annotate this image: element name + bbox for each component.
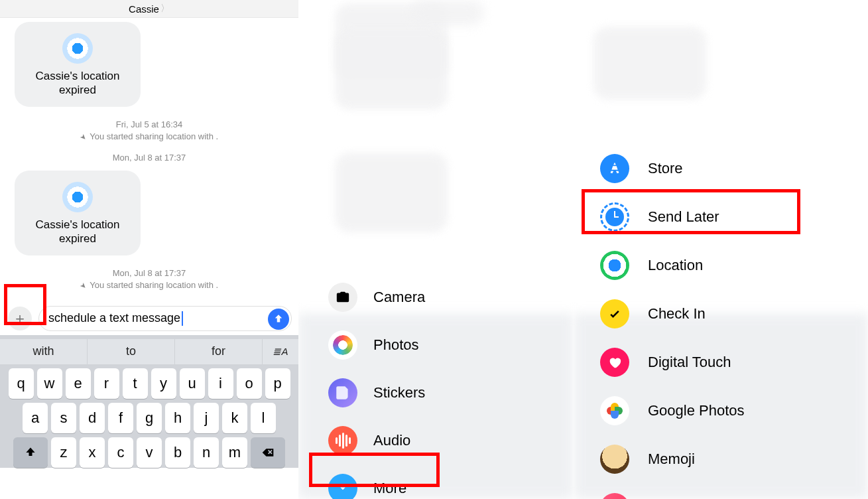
key-q[interactable]: q [9,368,34,399]
menu-item-more[interactable]: More [328,468,425,499]
key-a[interactable]: a [23,403,48,433]
bubble-text: Cassie's location expired [25,69,130,98]
menu-item-music[interactable]: Music [600,485,745,499]
location-icon [62,182,93,212]
key-s[interactable]: s [51,403,76,433]
location-arrow-icon: ➤ [78,280,89,291]
contact-name: Cassie [129,3,159,15]
key-z[interactable]: z [51,437,76,468]
key-c[interactable]: c [108,437,133,468]
timestamp: Fri, Jul 5 at 16:34 [0,119,298,131]
memoji-icon [600,445,629,474]
key-g[interactable]: g [137,403,162,433]
findmy-icon [600,251,629,280]
key-y[interactable]: y [151,368,176,399]
menu-item-send-later[interactable]: Send Later [600,194,745,240]
key-t[interactable]: t [123,368,148,399]
keyboard-row: a s d f g h j k l [0,399,298,433]
menu-label: Digital Touch [648,354,731,371]
stickers-icon [328,378,357,407]
bubble-text: Cassie's location expired [25,218,130,246]
menu-label: Check In [648,305,706,322]
messages-conversation-panel: Cassie 〉 Cassie's location expired Fri, … [0,0,298,499]
key-d[interactable]: d [80,403,105,433]
key-h[interactable]: h [165,403,190,433]
menu-label: Stickers [373,384,425,401]
location-expired-bubble[interactable]: Cassie's location expired [15,22,141,107]
keyboard-switch-icon[interactable]: ≣A [263,339,298,364]
backspace-icon [260,446,276,459]
menu-item-audio[interactable]: Audio [328,421,425,461]
key-p[interactable]: p [265,368,290,399]
menu-item-check-in[interactable]: Check In [600,291,745,336]
message-input-text: schedule a text message [48,311,180,325]
menu-label: More [373,480,406,497]
timestamp-block: Fri, Jul 5 at 16:34 ➤ You started sharin… [0,119,298,143]
menu-label: Send Later [648,208,719,226]
menu-item-stickers[interactable]: Stickers [328,373,425,413]
chevron-down-icon [328,474,357,499]
menu-label: Photos [373,336,419,354]
shift-key[interactable] [13,437,48,468]
shift-icon [24,446,37,459]
clock-icon [600,202,629,232]
location-expired-bubble[interactable]: Cassie's location expired [15,171,141,255]
key-x[interactable]: x [80,437,105,468]
conversation-header[interactable]: Cassie 〉 [0,0,298,18]
key-v[interactable]: v [137,437,162,468]
suggestion[interactable]: with [0,339,88,364]
apps-menu-expanded: Store Send Later Location Check In Digit… [574,0,868,499]
apps-plus-button[interactable]: ＋ [8,307,32,330]
key-k[interactable]: k [222,403,247,433]
menu-item-camera[interactable]: Camera [328,277,425,317]
menu-label: Store [648,160,683,177]
camera-icon [328,283,357,312]
key-j[interactable]: j [194,403,219,433]
menu-label: Audio [373,432,410,449]
menu-item-store[interactable]: Store [600,146,745,191]
key-f[interactable]: f [108,403,133,433]
menu-label: Camera [373,289,425,306]
key-o[interactable]: o [237,368,262,399]
key-u[interactable]: u [180,368,205,399]
photos-icon [328,330,357,360]
menu-item-digital-touch[interactable]: Digital Touch [600,340,745,385]
heart-icon [600,348,629,377]
menu-item-memoji[interactable]: Memoji [600,437,745,482]
key-b[interactable]: b [165,437,190,468]
menu-item-google-photos[interactable]: Google Photos [600,388,745,433]
text-cursor [182,311,183,326]
checkmark-icon [600,299,629,328]
send-button[interactable] [268,309,289,330]
music-icon [600,493,629,499]
menu-label: Google Photos [648,402,745,419]
key-l[interactable]: l [251,403,276,433]
key-e[interactable]: e [66,368,91,399]
timestamp-block: Mon, Jul 8 at 17:37 [0,152,298,164]
timestamp: Mon, Jul 8 at 17:37 [0,267,298,279]
location-icon [62,33,93,64]
share-event: ➤ You started sharing location with . [0,279,298,291]
share-event: ➤ You started sharing location with . [0,131,298,143]
key-i[interactable]: i [208,368,233,399]
location-arrow-icon: ➤ [78,131,89,143]
apps-menu-list: Store Send Later Location Check In Digit… [600,146,745,499]
menu-item-photos[interactable]: Photos [328,325,425,365]
keyboard-row: z x c v b n m [0,433,298,468]
arrow-up-icon [273,313,284,325]
suggestion-row: with to for ≣A [0,339,298,364]
chevron-right-icon: 〉 [160,3,170,15]
timestamp: Mon, Jul 8 at 17:37 [0,152,298,164]
google-photos-icon [600,396,629,425]
menu-item-location[interactable]: Location [600,243,745,288]
key-n[interactable]: n [194,437,219,468]
backspace-key[interactable] [251,437,285,468]
suggestion[interactable]: to [88,339,175,364]
key-r[interactable]: r [94,368,119,399]
menu-label: Memoji [648,451,695,468]
message-input[interactable]: schedule a text message [38,306,292,331]
suggestion[interactable]: for [175,339,263,364]
key-m[interactable]: m [222,437,247,468]
key-w[interactable]: w [37,368,62,399]
audio-icon [328,426,357,455]
